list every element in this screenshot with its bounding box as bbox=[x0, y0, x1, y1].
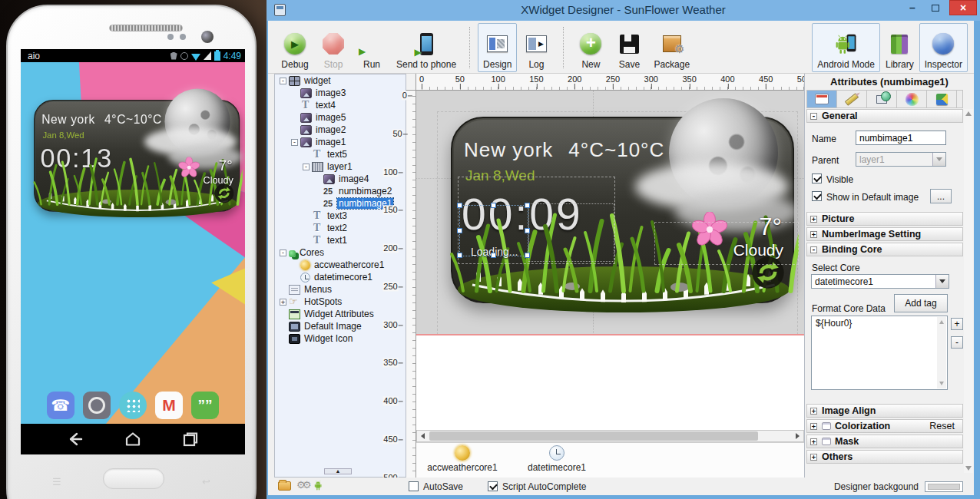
expand-box-icon[interactable]: + bbox=[280, 299, 286, 306]
close-button[interactable]: × bbox=[949, 0, 977, 15]
dropdown-arrow-icon[interactable] bbox=[932, 153, 945, 166]
tab-position[interactable] bbox=[837, 91, 867, 107]
alarm-status-icon bbox=[180, 52, 188, 60]
log-button[interactable]: Log bbox=[517, 23, 555, 72]
recents-nav-icon[interactable] bbox=[180, 430, 200, 448]
select-core-dropdown[interactable]: datetimecore1 bbox=[811, 274, 949, 289]
tree-item-widget[interactable]: -widget bbox=[275, 74, 406, 87]
name-input[interactable] bbox=[856, 131, 946, 145]
package-button[interactable]: Package bbox=[648, 23, 695, 72]
run-button[interactable]: Run bbox=[353, 23, 391, 72]
tree-item-text5[interactable]: text5 bbox=[275, 148, 406, 160]
collapse-box-icon[interactable]: - bbox=[280, 250, 286, 256]
tree-item-image5[interactable]: image5 bbox=[275, 111, 406, 124]
section-image-align[interactable]: + Image Align bbox=[806, 404, 963, 418]
format-core-data-textarea[interactable]: ${Hour0} bbox=[811, 316, 948, 390]
refresh-icon[interactable] bbox=[214, 183, 235, 204]
ellipsis-button[interactable]: ... bbox=[930, 189, 952, 203]
scroll-left-arrow[interactable] bbox=[417, 431, 429, 441]
scroll-thumb[interactable] bbox=[429, 431, 758, 441]
inspector-button[interactable]: Inspector bbox=[919, 23, 968, 72]
app-drawer-icon[interactable] bbox=[119, 392, 147, 419]
city-temp-text[interactable]: New york4°C~10°C bbox=[464, 138, 664, 162]
selection-handle[interactable] bbox=[491, 253, 496, 258]
tree-item-image2[interactable]: image2 bbox=[275, 124, 406, 136]
add-line-button[interactable]: + bbox=[951, 318, 963, 330]
selection-handle[interactable] bbox=[457, 203, 462, 208]
visible-checkbox[interactable] bbox=[812, 173, 822, 183]
core-item-accweathercore1[interactable]: accweathercore1 bbox=[420, 445, 505, 473]
android-mode-button[interactable]: Android Mode bbox=[812, 23, 880, 72]
selection-handle[interactable] bbox=[457, 228, 462, 233]
design-canvas[interactable]: New york4°C~10°CJan 8,Wed00:09Loading...… bbox=[416, 91, 804, 430]
selection-handle[interactable] bbox=[491, 203, 496, 208]
home-button[interactable] bbox=[103, 468, 164, 489]
back-softkey[interactable]: ↩ bbox=[202, 476, 210, 487]
hangouts-app-icon[interactable]: ”” bbox=[191, 392, 219, 419]
tree-item-image1[interactable]: -image1 bbox=[275, 136, 406, 148]
back-nav-icon[interactable] bbox=[65, 430, 85, 448]
tab-general[interactable] bbox=[807, 91, 837, 107]
android-robot-icon[interactable] bbox=[314, 480, 326, 493]
tab-shape[interactable] bbox=[867, 91, 897, 107]
section-colorization[interactable]: + Colorization Reset bbox=[806, 419, 963, 433]
core-item-datetimecore1[interactable]: datetimecore1 bbox=[515, 445, 599, 473]
stop-button[interactable]: Stop bbox=[314, 23, 353, 72]
collapse-box-icon[interactable]: - bbox=[291, 139, 298, 146]
canvas-h-scrollbar[interactable] bbox=[416, 430, 804, 442]
debug-button[interactable]: ▶Debug bbox=[276, 23, 314, 72]
section-others[interactable]: + Others bbox=[806, 450, 963, 464]
library-button[interactable]: Library bbox=[880, 23, 919, 72]
tree-item-accweathercore1[interactable]: accweathercore1 bbox=[275, 259, 406, 271]
textarea-scrollbar[interactable] bbox=[937, 317, 946, 388]
add-tag-button[interactable]: Add tag bbox=[894, 294, 948, 312]
collapse-box-icon[interactable]: - bbox=[303, 164, 310, 170]
tree-item-hotspots[interactable]: +HotSpots bbox=[275, 296, 406, 308]
tree-item-widget-attributes[interactable]: Widget Attributes bbox=[275, 308, 406, 320]
send-to-phone-button[interactable]: Send to phone bbox=[391, 23, 462, 72]
tree-item-image3[interactable]: image3 bbox=[275, 87, 406, 99]
home-nav-icon[interactable] bbox=[123, 430, 143, 448]
design-button[interactable]: Design bbox=[478, 23, 517, 72]
autosave-checkbox[interactable] bbox=[409, 481, 419, 491]
folder-icon[interactable] bbox=[278, 481, 291, 491]
tree-item-text4[interactable]: text4 bbox=[275, 99, 406, 111]
gears-icon[interactable]: ⚙⚙ bbox=[296, 479, 308, 491]
selection-handle[interactable] bbox=[525, 253, 530, 258]
new-button[interactable]: New bbox=[571, 23, 610, 72]
tree-collapse-handle[interactable]: ▲ bbox=[324, 468, 352, 474]
collapse-box-icon[interactable]: - bbox=[280, 78, 286, 84]
attributes-scrollbar[interactable] bbox=[964, 109, 973, 473]
menu-softkey[interactable]: ☰ bbox=[52, 476, 61, 487]
tab-3d[interactable] bbox=[927, 91, 957, 107]
minimize-button[interactable]: – bbox=[902, 0, 923, 15]
maximize-button[interactable] bbox=[925, 0, 946, 15]
section-general[interactable]: - General bbox=[806, 109, 963, 123]
tree-item-text2[interactable]: text2 bbox=[275, 222, 406, 234]
section-mask[interactable]: + Mask bbox=[806, 435, 963, 448]
camera-app-icon[interactable] bbox=[83, 392, 111, 419]
selection-handle[interactable] bbox=[525, 203, 530, 208]
remove-line-button[interactable]: - bbox=[951, 336, 963, 349]
selection-handle[interactable] bbox=[525, 228, 530, 233]
show-default-checkbox[interactable] bbox=[812, 191, 822, 201]
tree-item-widget-icon[interactable]: Widget Icon bbox=[275, 332, 406, 345]
save-button[interactable]: Save bbox=[610, 23, 648, 72]
reset-button[interactable]: Reset bbox=[929, 421, 955, 431]
designer-background-input[interactable] bbox=[925, 481, 963, 492]
weather-widget-body[interactable]: New york4°C~10°CJan 8,Wed00:09Loading...… bbox=[451, 117, 794, 303]
section-binding-core[interactable]: - Binding Core bbox=[806, 243, 963, 256]
section-numberimage[interactable]: + NumberImage Setting bbox=[806, 227, 963, 241]
parent-dropdown[interactable]: layer1 bbox=[856, 152, 946, 167]
selection-box[interactable] bbox=[459, 205, 528, 256]
tree-item-numbimage2[interactable]: numbimage2 bbox=[275, 185, 406, 197]
scroll-right-arrow[interactable] bbox=[792, 431, 803, 441]
dropdown-arrow-icon[interactable] bbox=[935, 275, 949, 288]
script-autocomplete-checkbox[interactable] bbox=[488, 481, 498, 491]
section-picture[interactable]: + Picture bbox=[806, 212, 963, 226]
phone-app-icon[interactable]: ☎ bbox=[47, 392, 74, 419]
tab-color[interactable] bbox=[897, 91, 927, 107]
weather-widget-design[interactable]: New york4°C~10°CJan 8,Wed00:09Loading...… bbox=[451, 117, 794, 303]
selection-handle[interactable] bbox=[457, 253, 462, 258]
gmail-app-icon[interactable]: M bbox=[155, 392, 183, 419]
